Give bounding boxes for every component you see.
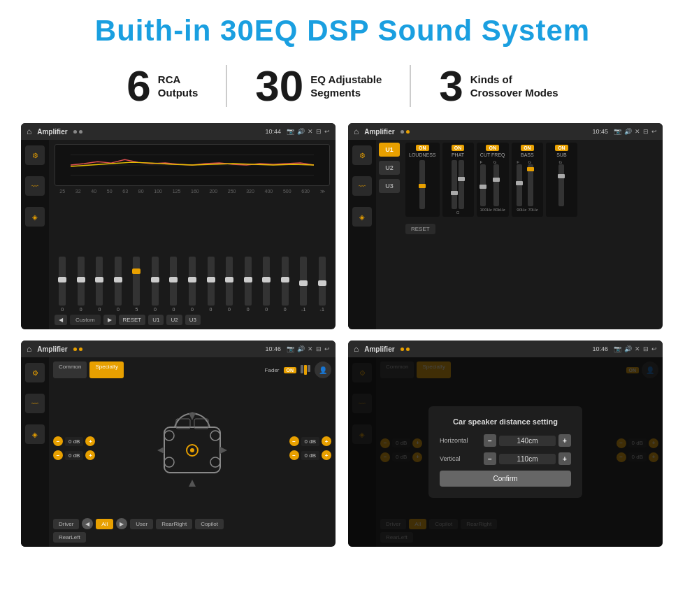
eq-slider-5[interactable]: 0 [147,257,164,312]
eq-slider-2[interactable]: 0 [92,257,108,312]
minimize-icon-3[interactable]: ⊟ [316,345,322,352]
home-icon-4[interactable]: ⌂ [354,344,359,354]
dsp-reset-btn[interactable]: RESET [405,224,435,234]
vol-minus-btn-lt[interactable]: − [53,436,63,446]
eq-slider-0[interactable]: 0 [55,257,71,312]
eq-slider-9[interactable]: 0 [222,257,238,312]
screen1-content: ⚙ 〰 ◈ [21,140,336,329]
vol-plus-btn-rb[interactable]: + [322,450,331,460]
home-icon-3[interactable]: ⌂ [27,344,31,354]
sidebar-speaker-btn-2[interactable]: ◈ [352,207,372,227]
tab-specialty[interactable]: Specialty [89,361,123,378]
sub-on[interactable]: ON [555,145,568,151]
eq-slider-1[interactable]: 0 [73,257,89,312]
tab-common[interactable]: Common [53,361,87,378]
eq-slider-14[interactable]: -1 [314,257,330,312]
sidebar-speaker-btn[interactable]: ◈ [25,207,45,227]
dsp-bass: ON BASS F 90Hz G [512,143,543,217]
left-arrow[interactable]: ◀ [82,518,93,529]
preset-u2[interactable]: U2 [379,161,400,175]
u1-btn[interactable]: U1 [148,315,164,325]
vertical-plus[interactable]: + [558,452,571,465]
user-btn[interactable]: User [130,519,153,529]
home-icon-2[interactable]: ⌂ [354,127,359,136]
eq-slider-3[interactable]: 0 [110,257,127,312]
preset-u3[interactable]: U3 [379,179,400,193]
driver-btn[interactable]: Driver [53,519,79,529]
car-diagram [99,406,284,490]
stat-rca-number: 6 [127,64,150,108]
u3-btn[interactable]: U3 [185,315,201,325]
confirm-button[interactable]: Confirm [440,471,571,487]
vol-plus-btn-rt[interactable]: + [322,436,331,446]
eq-slider-10[interactable]: 0 [240,257,256,312]
eq-freq-labels: 253240506380100125160200250320400500630≫ [55,189,330,194]
vol-minus-btn-rt[interactable]: − [289,436,299,446]
copilot-btn[interactable]: Copilot [195,519,224,529]
screen3-topbar-icons: 📷 🔊 ✕ ⊟ ↩ [287,345,330,352]
screen2-status-dots [401,130,410,134]
profile-btn[interactable]: 👤 [315,361,331,378]
horizontal-plus[interactable]: + [558,434,571,447]
sidebar-eq-btn[interactable]: ⚙ [25,145,45,165]
eq-slider-7[interactable]: 0 [185,257,201,312]
rearright-btn[interactable]: RearRight [156,519,192,529]
stat-rca-label2: Outputs [158,86,199,100]
sidebar-wave-btn[interactable]: 〰 [25,176,45,196]
eq-slider-12[interactable]: 0 [277,257,293,312]
vertical-minus[interactable]: − [484,452,496,465]
back-icon-2[interactable]: ↩ [651,128,657,135]
sidebar-eq-btn-2[interactable]: ⚙ [352,145,372,165]
svg-point-9 [210,431,220,440]
vol-minus-btn-rb[interactable]: − [289,450,299,460]
vol-plus-btn-lt[interactable]: + [85,436,95,446]
svg-marker-15 [220,447,227,454]
eq-slider-8[interactable]: 0 [203,257,219,312]
close-icon-3[interactable]: ✕ [308,345,313,352]
all-btn[interactable]: All [96,519,113,529]
back-icon[interactable]: ↩ [324,128,330,135]
cutfreq-on[interactable]: ON [486,145,499,151]
prev-btn[interactable]: ◀ [55,315,67,325]
horizontal-minus[interactable]: − [484,434,496,447]
eq-slider-13[interactable]: -1 [296,257,312,312]
minimize-icon-4[interactable]: ⊟ [643,345,649,352]
screen2-topbar-icons: 📷 🔊 ✕ ⊟ ↩ [614,128,657,135]
vol-right-top: − 0 dB + [289,436,331,446]
vol-minus-btn-lb[interactable]: − [53,450,63,460]
minimize-icon-2[interactable]: ⊟ [643,128,649,135]
minimize-icon[interactable]: ⊟ [316,128,322,135]
close-icon-2[interactable]: ✕ [635,128,640,135]
eq-slider-6[interactable]: 0 [166,257,182,312]
vol-plus-btn-lb[interactable]: + [85,450,95,460]
close-icon[interactable]: ✕ [308,128,313,135]
sidebar-speaker-btn-3[interactable]: ◈ [25,424,45,444]
loudness-on[interactable]: ON [416,145,429,151]
phat-on[interactable]: ON [452,145,465,151]
bass-on[interactable]: ON [521,145,534,151]
vertical-label: Vertical [440,455,478,462]
eq-slider-4[interactable]: 5 [129,257,145,312]
reset-btn[interactable]: RESET [119,315,146,325]
fader-label: Fader [265,367,280,373]
preset-u1[interactable]: U1 [379,143,400,157]
speaker-tabs: Common Specialty Fader ON 👤 [53,361,331,378]
next-btn[interactable]: ▶ [103,315,116,325]
back-icon-4[interactable]: ↩ [651,345,657,352]
close-icon-4[interactable]: ✕ [635,345,640,352]
vol-val-lb: 0 dB [65,451,83,460]
fader-on-badge[interactable]: ON [284,367,297,373]
vertical-value: 110cm [499,454,556,464]
right-arrow[interactable]: ▶ [116,518,127,529]
sidebar-wave-btn-2[interactable]: 〰 [352,176,372,196]
sidebar-wave-btn-3[interactable]: 〰 [25,394,45,413]
screen-speaker: ⌂ Amplifier 10:46 📷 🔊 ✕ ⊟ ↩ ⚙ 〰 [21,341,336,547]
sub-label: SUB [556,152,566,157]
u2-btn[interactable]: U2 [166,315,182,325]
rearleft-btn[interactable]: RearLeft [53,532,86,543]
eq-slider-11[interactable]: 0 [259,257,275,312]
eq-graph [55,144,330,186]
home-icon[interactable]: ⌂ [27,127,31,136]
sidebar-eq-btn-3[interactable]: ⚙ [25,363,45,382]
back-icon-3[interactable]: ↩ [324,345,330,352]
